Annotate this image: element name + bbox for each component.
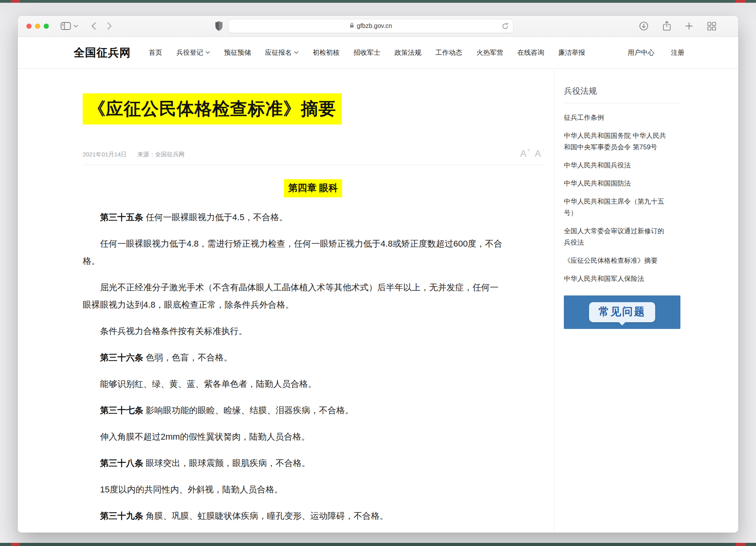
- article-body: 第三十五条 任何一眼裸眼视力低于4.5，不合格。 任何一眼裸眼视力低于4.8，需…: [83, 209, 543, 533]
- font-decrease-icon[interactable]: A-: [535, 149, 543, 158]
- publish-date: 2021年01月14日: [83, 151, 127, 158]
- paragraph: 能够识别红、绿、黄、蓝、紫各单色者，陆勤人员合格。: [83, 375, 543, 393]
- page-content: 《应征公民体格检查标准》摘要 2021年01月14日 来源：全国征兵网 A+ A…: [18, 69, 738, 533]
- sidebar-title: 兵役法规: [564, 85, 680, 97]
- wallpaper-accent: [11, 543, 20, 546]
- address-bar[interactable]: gfbzb.gov.cn: [228, 19, 513, 33]
- chapter-heading: 第四章 眼科: [284, 179, 343, 197]
- sidebar-item-physical-exam-standards[interactable]: 《应征公民体格检查标准》摘要: [564, 251, 680, 269]
- sidebar-item-military-insurance-law[interactable]: 中华人民共和国军人保险法: [564, 269, 680, 288]
- back-icon[interactable]: [91, 22, 96, 30]
- tab-overview-icon[interactable]: [707, 22, 716, 31]
- chevron-down-icon: [294, 51, 298, 54]
- paragraph: 屈光不正经准分子激光手术（不含有晶体眼人工晶体植入术等其他术式）后半年以上，无并…: [83, 279, 543, 314]
- nav-item-military-camp[interactable]: 火热军营: [476, 48, 503, 57]
- article-meta: 2021年01月14日 来源：全国征兵网 A+ A-: [83, 149, 543, 158]
- sidebar-item-presidential-order-95[interactable]: 中华人民共和国主席令（第九十五 号）: [564, 192, 680, 222]
- nav-item-policies[interactable]: 政策法规: [395, 48, 421, 57]
- new-tab-icon[interactable]: [685, 22, 693, 30]
- article: 《应征公民体格检查标准》摘要 2021年01月14日 来源：全国征兵网 A+ A…: [18, 69, 554, 533]
- faq-button[interactable]: 常见问题: [589, 302, 655, 322]
- url-text: gfbzb.gov.cn: [357, 22, 392, 30]
- nav-item-pre-conscription[interactable]: 预征预储: [224, 48, 251, 57]
- paragraph: 第三十六条 色弱，色盲，不合格。: [83, 349, 543, 366]
- faq-banner[interactable]: 常见问题: [564, 295, 680, 329]
- article-source: 来源：全国征兵网: [137, 151, 185, 158]
- share-icon[interactable]: [663, 21, 671, 31]
- paragraph: 伸入角膜不超过2mm的假性翼状胬肉，陆勤人员合格。: [83, 428, 543, 446]
- user-center-link[interactable]: 用户中心: [628, 48, 654, 57]
- sidebar-regulations: 兵役法规 征兵工作条例 中华人民共和国国务院 中华人民共 和国中央军事委员会令 …: [554, 69, 687, 533]
- nav-item-nco-recruitment[interactable]: 招收军士: [354, 48, 380, 57]
- page-title: 《应征公民体格检查标准》摘要: [83, 93, 342, 124]
- font-increase-icon[interactable]: A+: [520, 149, 529, 158]
- nav-item-enlistment-application[interactable]: 应征报名: [265, 48, 298, 57]
- sidebar-divider: [564, 103, 680, 103]
- downloads-icon[interactable]: [639, 21, 649, 31]
- nav-item-home[interactable]: 首页: [149, 48, 162, 57]
- wallpaper-accent: [736, 0, 746, 3]
- meta-divider: [83, 165, 543, 165]
- reload-icon[interactable]: [502, 22, 509, 30]
- nav-item-military-service-registration[interactable]: 兵役登记: [176, 48, 210, 57]
- desktop: gfbzb.gov.cn: [0, 0, 756, 546]
- font-size-controls: A+ A-: [520, 149, 543, 158]
- chapter-row: 第四章 眼科: [83, 179, 543, 197]
- header-account-links: 用户中心 注册: [628, 48, 684, 57]
- wallpaper-accent: [736, 543, 746, 546]
- sidebar-list: 征兵工作条例 中华人民共和国国务院 中华人民共 和国中央军事委员会令 第759号…: [564, 108, 680, 288]
- paragraph: 条件兵视力合格条件按有关标准执行。: [83, 323, 543, 340]
- wallpaper-strip-bottom: [0, 543, 756, 546]
- chevron-down-icon: [206, 51, 210, 54]
- site-nav: 首页 兵役登记 预征预储 应征报名 初检初核 招收军士 政策法规 工作动态 火热…: [149, 48, 585, 57]
- nav-item-online-consult[interactable]: 在线咨询: [517, 48, 544, 57]
- sidebar-toggle-icon[interactable]: [61, 22, 71, 30]
- window-controls: [26, 24, 49, 29]
- sidebar-item-order-759[interactable]: 中华人民共和国国务院 中华人民共 和国中央军事委员会令 第759号: [564, 126, 680, 156]
- lock-icon: [350, 22, 354, 30]
- sidebar-item-military-service-law[interactable]: 中华人民共和国兵役法: [564, 156, 680, 174]
- paragraph: 15度以内的共同性内、外斜视，陆勤人员合格。: [83, 481, 543, 498]
- browser-window: gfbzb.gov.cn: [18, 16, 738, 533]
- forward-icon[interactable]: [107, 22, 112, 30]
- nav-item-work-news[interactable]: 工作动态: [435, 48, 462, 57]
- nav-item-initial-check[interactable]: 初检初核: [313, 48, 339, 57]
- paragraph: 第三十九条 角膜、巩膜、虹膜睫状体疾病，瞳孔变形、运动障碍，不合格。: [83, 507, 543, 525]
- register-link[interactable]: 注册: [671, 48, 684, 57]
- site-logo[interactable]: 全国征兵网: [74, 45, 131, 60]
- browser-toolbar: gfbzb.gov.cn: [18, 16, 738, 37]
- close-button[interactable]: [26, 24, 32, 29]
- minimize-button[interactable]: [35, 24, 40, 29]
- wallpaper-strip-top: [0, 0, 756, 3]
- paragraph: 任何一眼裸眼视力低于4.8，需进行矫正视力检查，任何一眼矫正视力低于4.8或矫正…: [83, 235, 543, 270]
- nav-item-integrity-report[interactable]: 廉洁举报: [558, 48, 585, 57]
- paragraph: 第三十五条 任何一眼裸眼视力低于4.5，不合格。: [83, 209, 543, 226]
- sidebar-item-conscription-regulations[interactable]: 征兵工作条例: [564, 108, 680, 126]
- sidebar-chevron-down-icon[interactable]: [74, 25, 78, 28]
- sidebar-item-revised-service-law[interactable]: 全国人大常委会审议通过新修订的 兵役法: [564, 222, 680, 251]
- zoom-button[interactable]: [44, 24, 49, 29]
- site-header: 全国征兵网 首页 兵役登记 预征预储 应征报名 初检初核 招收军士 政策法规 工…: [18, 37, 738, 69]
- sidebar-item-national-defense-law[interactable]: 中华人民共和国国防法: [564, 174, 680, 192]
- paragraph: 第三十八条 眼球突出，眼球震颤，眼肌疾病，不合格。: [83, 455, 543, 472]
- wallpaper-accent: [11, 0, 20, 3]
- privacy-shield-icon[interactable]: [215, 21, 223, 31]
- paragraph: 第三十七条 影响眼功能的眼睑、睑缘、结膜、泪器疾病，不合格。: [83, 402, 543, 419]
